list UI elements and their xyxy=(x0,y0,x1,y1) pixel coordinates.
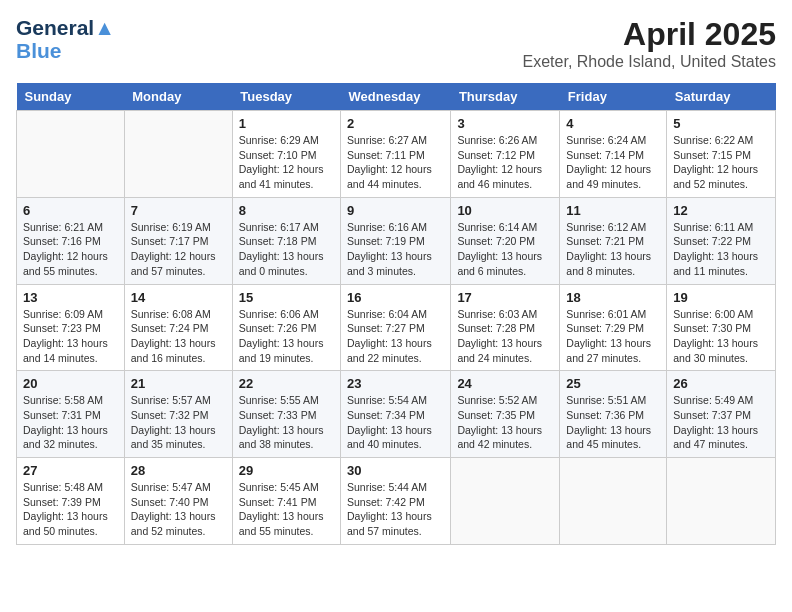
day-number: 29 xyxy=(239,463,334,478)
day-info: Sunrise: 6:04 AMSunset: 7:27 PMDaylight:… xyxy=(347,307,444,366)
calendar-cell: 6Sunrise: 6:21 AMSunset: 7:16 PMDaylight… xyxy=(17,197,125,284)
day-number: 19 xyxy=(673,290,769,305)
calendar-cell: 4Sunrise: 6:24 AMSunset: 7:14 PMDaylight… xyxy=(560,111,667,198)
day-info: Sunrise: 6:19 AMSunset: 7:17 PMDaylight:… xyxy=(131,220,226,279)
header-sunday: Sunday xyxy=(17,83,125,111)
calendar-cell: 3Sunrise: 6:26 AMSunset: 7:12 PMDaylight… xyxy=(451,111,560,198)
calendar-cell: 8Sunrise: 6:17 AMSunset: 7:18 PMDaylight… xyxy=(232,197,340,284)
day-number: 10 xyxy=(457,203,553,218)
calendar-cell: 10Sunrise: 6:14 AMSunset: 7:20 PMDayligh… xyxy=(451,197,560,284)
day-number: 25 xyxy=(566,376,660,391)
page-header: General▲ Blue April 2025 Exeter, Rhode I… xyxy=(16,16,776,71)
calendar-cell: 21Sunrise: 5:57 AMSunset: 7:32 PMDayligh… xyxy=(124,371,232,458)
day-info: Sunrise: 6:24 AMSunset: 7:14 PMDaylight:… xyxy=(566,133,660,192)
header-tuesday: Tuesday xyxy=(232,83,340,111)
day-number: 15 xyxy=(239,290,334,305)
calendar-week-2: 6Sunrise: 6:21 AMSunset: 7:16 PMDaylight… xyxy=(17,197,776,284)
day-number: 28 xyxy=(131,463,226,478)
calendar-cell: 5Sunrise: 6:22 AMSunset: 7:15 PMDaylight… xyxy=(667,111,776,198)
day-number: 8 xyxy=(239,203,334,218)
day-info: Sunrise: 5:45 AMSunset: 7:41 PMDaylight:… xyxy=(239,480,334,539)
day-info: Sunrise: 6:14 AMSunset: 7:20 PMDaylight:… xyxy=(457,220,553,279)
calendar-cell: 1Sunrise: 6:29 AMSunset: 7:10 PMDaylight… xyxy=(232,111,340,198)
day-number: 13 xyxy=(23,290,118,305)
day-number: 18 xyxy=(566,290,660,305)
day-number: 27 xyxy=(23,463,118,478)
calendar-week-4: 20Sunrise: 5:58 AMSunset: 7:31 PMDayligh… xyxy=(17,371,776,458)
calendar-week-1: 1Sunrise: 6:29 AMSunset: 7:10 PMDaylight… xyxy=(17,111,776,198)
calendar-cell: 20Sunrise: 5:58 AMSunset: 7:31 PMDayligh… xyxy=(17,371,125,458)
header-monday: Monday xyxy=(124,83,232,111)
day-info: Sunrise: 6:06 AMSunset: 7:26 PMDaylight:… xyxy=(239,307,334,366)
calendar-cell: 22Sunrise: 5:55 AMSunset: 7:33 PMDayligh… xyxy=(232,371,340,458)
calendar-cell xyxy=(17,111,125,198)
calendar-cell xyxy=(667,458,776,545)
day-number: 16 xyxy=(347,290,444,305)
calendar-cell: 13Sunrise: 6:09 AMSunset: 7:23 PMDayligh… xyxy=(17,284,125,371)
day-number: 20 xyxy=(23,376,118,391)
day-info: Sunrise: 6:27 AMSunset: 7:11 PMDaylight:… xyxy=(347,133,444,192)
calendar-week-5: 27Sunrise: 5:48 AMSunset: 7:39 PMDayligh… xyxy=(17,458,776,545)
calendar-cell: 17Sunrise: 6:03 AMSunset: 7:28 PMDayligh… xyxy=(451,284,560,371)
day-number: 26 xyxy=(673,376,769,391)
day-info: Sunrise: 6:22 AMSunset: 7:15 PMDaylight:… xyxy=(673,133,769,192)
day-info: Sunrise: 6:08 AMSunset: 7:24 PMDaylight:… xyxy=(131,307,226,366)
day-number: 7 xyxy=(131,203,226,218)
header-saturday: Saturday xyxy=(667,83,776,111)
calendar-cell: 12Sunrise: 6:11 AMSunset: 7:22 PMDayligh… xyxy=(667,197,776,284)
day-info: Sunrise: 5:49 AMSunset: 7:37 PMDaylight:… xyxy=(673,393,769,452)
day-info: Sunrise: 6:26 AMSunset: 7:12 PMDaylight:… xyxy=(457,133,553,192)
day-info: Sunrise: 5:47 AMSunset: 7:40 PMDaylight:… xyxy=(131,480,226,539)
day-number: 1 xyxy=(239,116,334,131)
calendar-cell: 19Sunrise: 6:00 AMSunset: 7:30 PMDayligh… xyxy=(667,284,776,371)
day-number: 12 xyxy=(673,203,769,218)
day-number: 3 xyxy=(457,116,553,131)
day-info: Sunrise: 5:57 AMSunset: 7:32 PMDaylight:… xyxy=(131,393,226,452)
day-number: 24 xyxy=(457,376,553,391)
day-info: Sunrise: 5:58 AMSunset: 7:31 PMDaylight:… xyxy=(23,393,118,452)
calendar-cell: 15Sunrise: 6:06 AMSunset: 7:26 PMDayligh… xyxy=(232,284,340,371)
logo-text: General▲ xyxy=(16,16,115,39)
calendar-cell: 16Sunrise: 6:04 AMSunset: 7:27 PMDayligh… xyxy=(341,284,451,371)
header-wednesday: Wednesday xyxy=(341,83,451,111)
calendar-cell xyxy=(124,111,232,198)
calendar-cell xyxy=(560,458,667,545)
day-info: Sunrise: 6:00 AMSunset: 7:30 PMDaylight:… xyxy=(673,307,769,366)
header-thursday: Thursday xyxy=(451,83,560,111)
day-info: Sunrise: 5:52 AMSunset: 7:35 PMDaylight:… xyxy=(457,393,553,452)
logo-blue: Blue xyxy=(16,39,115,62)
calendar-cell: 25Sunrise: 5:51 AMSunset: 7:36 PMDayligh… xyxy=(560,371,667,458)
day-info: Sunrise: 6:21 AMSunset: 7:16 PMDaylight:… xyxy=(23,220,118,279)
title-block: April 2025 Exeter, Rhode Island, United … xyxy=(523,16,776,71)
calendar-table: Sunday Monday Tuesday Wednesday Thursday… xyxy=(16,83,776,545)
day-number: 9 xyxy=(347,203,444,218)
day-info: Sunrise: 6:03 AMSunset: 7:28 PMDaylight:… xyxy=(457,307,553,366)
day-number: 30 xyxy=(347,463,444,478)
day-number: 2 xyxy=(347,116,444,131)
calendar-cell: 18Sunrise: 6:01 AMSunset: 7:29 PMDayligh… xyxy=(560,284,667,371)
calendar-cell: 2Sunrise: 6:27 AMSunset: 7:11 PMDaylight… xyxy=(341,111,451,198)
calendar-cell: 29Sunrise: 5:45 AMSunset: 7:41 PMDayligh… xyxy=(232,458,340,545)
calendar-cell: 9Sunrise: 6:16 AMSunset: 7:19 PMDaylight… xyxy=(341,197,451,284)
day-number: 21 xyxy=(131,376,226,391)
day-info: Sunrise: 6:29 AMSunset: 7:10 PMDaylight:… xyxy=(239,133,334,192)
day-info: Sunrise: 6:16 AMSunset: 7:19 PMDaylight:… xyxy=(347,220,444,279)
calendar-cell: 7Sunrise: 6:19 AMSunset: 7:17 PMDaylight… xyxy=(124,197,232,284)
day-number: 14 xyxy=(131,290,226,305)
logo: General▲ Blue xyxy=(16,16,115,62)
calendar-cell: 14Sunrise: 6:08 AMSunset: 7:24 PMDayligh… xyxy=(124,284,232,371)
calendar-cell: 24Sunrise: 5:52 AMSunset: 7:35 PMDayligh… xyxy=(451,371,560,458)
calendar-cell: 26Sunrise: 5:49 AMSunset: 7:37 PMDayligh… xyxy=(667,371,776,458)
day-number: 23 xyxy=(347,376,444,391)
calendar-week-3: 13Sunrise: 6:09 AMSunset: 7:23 PMDayligh… xyxy=(17,284,776,371)
calendar-title: April 2025 xyxy=(523,16,776,53)
calendar-header-row: Sunday Monday Tuesday Wednesday Thursday… xyxy=(17,83,776,111)
day-info: Sunrise: 6:12 AMSunset: 7:21 PMDaylight:… xyxy=(566,220,660,279)
day-info: Sunrise: 5:48 AMSunset: 7:39 PMDaylight:… xyxy=(23,480,118,539)
calendar-cell: 11Sunrise: 6:12 AMSunset: 7:21 PMDayligh… xyxy=(560,197,667,284)
day-info: Sunrise: 6:09 AMSunset: 7:23 PMDaylight:… xyxy=(23,307,118,366)
calendar-cell: 30Sunrise: 5:44 AMSunset: 7:42 PMDayligh… xyxy=(341,458,451,545)
day-number: 6 xyxy=(23,203,118,218)
day-number: 5 xyxy=(673,116,769,131)
day-number: 22 xyxy=(239,376,334,391)
